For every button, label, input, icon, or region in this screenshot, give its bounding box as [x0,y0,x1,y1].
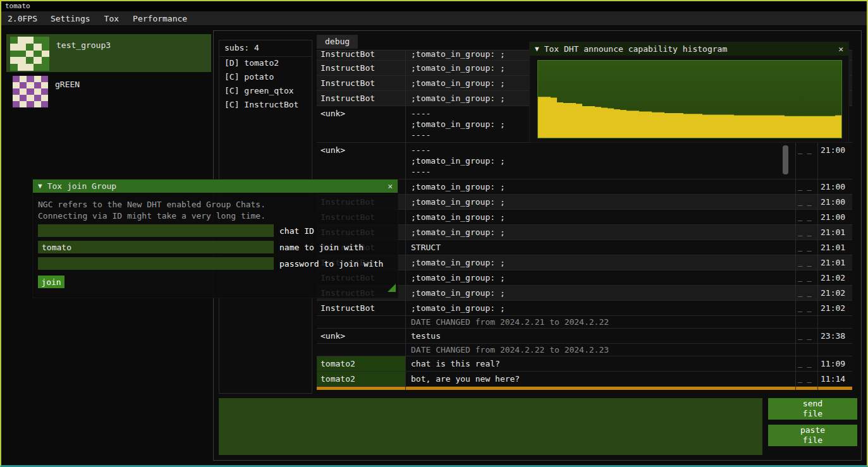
histogram-titlebar[interactable]: ▼ Tox DHT announce capability histogram … [530,42,848,56]
histogram-chart [538,61,841,138]
message-time: 21:02 [817,286,852,300]
group-item-test_group3[interactable]: test_group3 [6,34,211,72]
avatar-pixel [13,88,20,95]
message-flags: _ _ [795,356,817,371]
message-time: 21:00 [817,179,852,194]
menu-settings[interactable]: Settings [44,14,97,23]
join-button[interactable]: join [38,276,64,288]
avatar-pixel [34,51,41,58]
join-field-label: name to join with [279,243,364,252]
message-text: ;tomato_in_group: ; [405,195,795,209]
tab-debug[interactable]: debug [317,35,358,49]
message-text: bot, are you new here? [405,372,795,386]
close-icon[interactable]: ✕ [388,181,393,191]
avatar-pixel [27,95,34,101]
avatar-pixel [20,95,27,101]
message-text: DATE CHANGED from 2024.2.22 to 2024.2.23 [405,344,795,356]
histogram-window: ▼ Tox DHT announce capability histogram … [529,42,849,143]
message-sender [317,344,405,356]
group-avatar [10,37,49,71]
message-flags: _ _ [795,329,817,343]
message-sender: <unk> [317,329,405,343]
group-item-green[interactable]: gREEN [6,73,211,110]
message-text: STRUCT [405,240,795,255]
join-field-row: chat ID [38,224,393,237]
join-input[interactable] [38,224,274,237]
avatar-pixel [34,44,41,51]
send-file-button[interactable]: send file [768,398,857,420]
app-window: tomato 2.0FPS Settings Tox Performance t… [0,0,868,467]
subs-list-item[interactable]: [D] tomato2 [219,57,312,71]
message-row[interactable]: tomato2bot, are you new here?_ _11:14 [317,372,852,387]
menu-performance[interactable]: Performance [126,14,194,23]
avatar-pixel [41,82,48,88]
collapse-icon[interactable]: ▼ [535,45,539,53]
scrollbar-thumb[interactable] [783,145,788,174]
join-group-titlebar[interactable]: ▼ Tox join Group ✕ [33,179,398,193]
avatar-pixel [41,76,48,82]
message-time: 21:01 [817,255,852,270]
message-flags [795,316,817,328]
avatar-pixel [13,82,20,88]
message-sender [317,316,405,328]
avatar-pixel [18,37,25,44]
menu-tox[interactable]: Tox [97,14,126,23]
window-titlebar[interactable]: tomato [1,1,867,11]
subs-list: [D] tomato2[C] potato[C] green_qtox[C] I… [219,57,312,112]
message-sender: InstructBot [317,301,405,315]
window-title: tomato [5,2,30,10]
tab-bar: debug [317,35,358,50]
join-fields: chat IDname to join withpassword to join… [38,224,393,270]
join-input[interactable] [38,257,274,270]
join-group-window: ▼ Tox join Group ✕ NGC refers to the New… [32,179,398,298]
avatar-pixel [18,64,25,71]
menu-bar: 2.0FPS Settings Tox Performance [1,11,867,26]
message-text: chat is this real? [405,356,795,371]
message-row[interactable]: InstructBot;tomato_in_group: ;_ _21:02 [317,301,852,316]
message-row[interactable]: <unk>---- ;tomato_in_group: ; ----_ _21:… [317,143,852,179]
avatar-pixel [20,88,27,95]
join-input[interactable] [38,241,274,253]
message-flags: d [795,387,817,390]
message-row[interactable]: InstructBotNo, I've been in this group f… [317,387,852,390]
message-text: ;tomato_in_group: ; [405,286,795,300]
message-text: ;tomato_in_group: ; [405,255,795,270]
message-time: 21:01 [817,225,852,240]
avatar-pixel [34,76,41,82]
close-icon[interactable]: ✕ [838,44,843,54]
message-flags: _ _ [795,286,817,300]
message-row[interactable]: tomato2chat is this real?_ _11:09 [317,356,852,372]
avatar-pixel [26,37,34,44]
message-flags: _ _ [795,210,817,224]
message-time: 23:38 [817,329,852,343]
subs-list-item[interactable]: [C] InstructBot [219,99,312,112]
join-desc-line2: Connecting via ID might take a very long… [38,211,393,221]
message-row[interactable]: DATE CHANGED from 2024.2.22 to 2024.2.23 [317,344,852,356]
subs-list-item[interactable]: [C] green_qtox [219,85,312,99]
message-text: ;tomato_in_group: ; [405,270,795,285]
message-time: 21:00 [817,143,852,179]
join-field-row: password to join with [38,257,393,270]
avatar-pixel [18,57,25,64]
avatar-pixel [42,37,49,44]
message-flags: _ _ [795,225,817,240]
message-input[interactable] [219,398,762,455]
message-sender: <unk> [317,143,405,179]
message-row[interactable]: <unk>testus_ _23:38 [317,329,852,344]
avatar-pixel [27,82,34,88]
collapse-icon[interactable]: ▼ [38,182,42,190]
avatar-pixel [34,64,41,71]
fps-counter: 2.0FPS [1,14,44,23]
message-sender: InstructBot [317,387,405,390]
message-row[interactable]: DATE CHANGED from 2024.2.21 to 2024.2.22 [317,316,852,329]
avatar-pixel [10,37,18,44]
resize-grip[interactable] [388,284,396,292]
join-group-title: Tox join Group [47,181,117,191]
message-sender: InstructBot [317,91,405,106]
message-sender: InstructBot [317,51,405,60]
avatar-pixel [18,44,25,51]
avatar-pixel [42,57,49,64]
group-label: test_group3 [56,40,111,50]
paste-file-button[interactable]: paste file [768,425,857,446]
subs-list-item[interactable]: [C] potato [219,71,312,85]
